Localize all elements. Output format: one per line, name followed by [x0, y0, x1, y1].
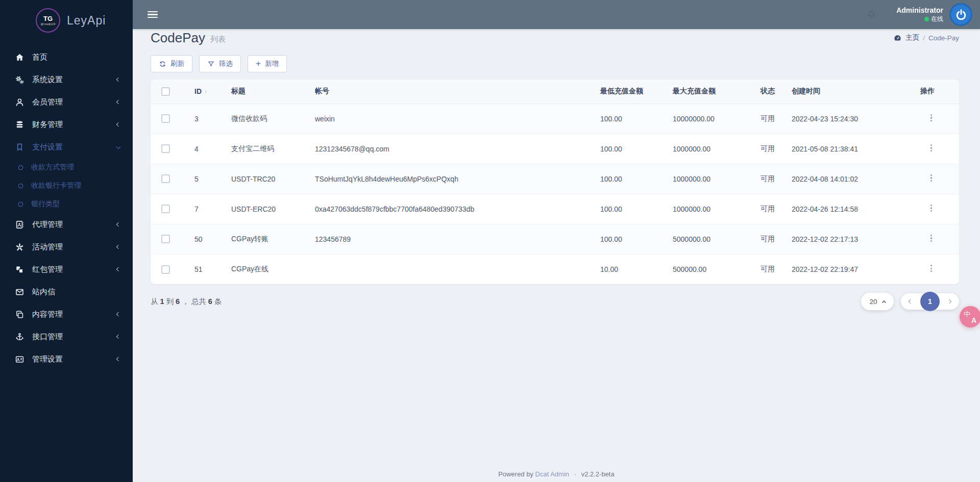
circle-icon	[16, 164, 25, 171]
chevron-up-icon	[881, 300, 886, 304]
user-avatar[interactable]	[949, 3, 972, 26]
filter-button[interactable]: 筛选	[199, 55, 241, 72]
sidebar-subitem-bank-type[interactable]: 银行类型	[0, 195, 133, 213]
menu-toggle-button[interactable]	[148, 10, 158, 20]
spark-icon	[14, 242, 25, 252]
cell-min-amount: 10.00	[589, 254, 662, 284]
cell-max-amount: 500000.00	[662, 254, 749, 284]
pagination-summary: 从1到6， 总共6条	[151, 297, 222, 307]
cell-id: 51	[183, 254, 220, 284]
prev-page-button[interactable]	[907, 298, 914, 305]
row-checkbox[interactable]	[161, 114, 170, 123]
envelope-icon	[14, 287, 25, 297]
table-row: 50 CGPay转账 123456789 100.00 5000000.00 可…	[151, 224, 959, 254]
cell-id: 3	[183, 104, 220, 134]
footer-version: v2.2.2-beta	[581, 470, 615, 478]
cell-created: 2022-04-26 12:14:58	[780, 194, 908, 224]
main-content: CodePay 列表 主页 / Code-Pay 刷新	[133, 29, 980, 482]
breadcrumb-separator: /	[923, 34, 925, 42]
toolbar: 刷新 筛选 + 新增	[151, 55, 959, 72]
row-actions-menu[interactable]	[928, 232, 935, 244]
cell-created: 2022-12-02 22:17:13	[780, 224, 908, 254]
cell-account: 123456789	[304, 224, 589, 254]
footer: Powered by Dcat Admin · v2.2.2-beta	[133, 470, 980, 478]
sidebar-item-member-management[interactable]: 会员管理	[0, 91, 133, 113]
cubes-icon	[14, 264, 25, 274]
column-header-actions: 操作	[908, 80, 959, 104]
current-page-button[interactable]: 1	[920, 292, 940, 311]
notifications-button[interactable]	[866, 9, 877, 20]
row-actions-menu[interactable]	[928, 202, 935, 214]
sidebar-item-finance-management[interactable]: 财务管理	[0, 113, 133, 136]
plus-icon: +	[256, 60, 261, 67]
brand-title: LeyApi	[67, 14, 106, 28]
row-checkbox[interactable]	[161, 205, 170, 213]
cell-min-amount: 100.00	[589, 134, 662, 164]
cell-title: CGPay转账	[220, 224, 304, 254]
translate-icon: 中	[964, 310, 970, 319]
sidebar-item-home[interactable]: 首页	[0, 46, 133, 68]
sidebar-item-site-messages[interactable]: 站内信	[0, 281, 133, 303]
top-navbar: Administrator 在线	[133, 0, 980, 29]
row-checkbox[interactable]	[161, 144, 170, 153]
breadcrumb-home-link[interactable]: 主页	[905, 33, 919, 42]
cell-id: 50	[183, 224, 220, 254]
cell-account	[304, 254, 589, 284]
cell-checkbox	[151, 224, 183, 254]
cell-min-amount: 100.00	[589, 194, 662, 224]
sort-asc-icon: ↑	[204, 88, 208, 95]
next-page-button[interactable]	[946, 298, 953, 305]
cell-actions	[908, 134, 959, 164]
sidebar-subitem-receiving-bank-card-management[interactable]: 收款银行卡管理	[0, 176, 133, 195]
cell-min-amount: 100.00	[589, 224, 662, 254]
refresh-button[interactable]: 刷新	[151, 55, 192, 72]
sidebar-item-admin-settings[interactable]: 管理设置	[0, 348, 133, 370]
sidebar-item-payment-settings[interactable]: 支付设置	[0, 136, 133, 158]
add-button[interactable]: + 新增	[248, 55, 287, 72]
sidebar-subitem-payment-method-management[interactable]: 收款方式管理	[0, 158, 133, 176]
select-all-checkbox[interactable]	[161, 87, 170, 96]
page-size-select[interactable]: 20	[861, 293, 894, 310]
refresh-icon	[159, 60, 166, 68]
sidebar-menu: 首页 系统设置 会员管理 财务管理 支付设置 收款方式管理 收款银行卡管理 银行…	[0, 41, 133, 370]
user-block: Administrator 在线	[896, 6, 943, 23]
table-row: 51 CGPay在线 10.00 500000.00 可用 2022-12-02…	[151, 254, 959, 284]
brand-logo-subtext: @msdj123	[41, 22, 56, 26]
row-actions-menu[interactable]	[928, 112, 935, 124]
table-row: 7 USDT-ERC20 0xa427063ddc5f879cfbbc7700f…	[151, 194, 959, 224]
cell-actions	[908, 224, 959, 254]
row-checkbox[interactable]	[161, 265, 170, 274]
table-row: 3 微信收款码 weixin 100.00 10000000.00 可用 202…	[151, 104, 959, 134]
anchor-icon	[14, 332, 25, 342]
row-checkbox[interactable]	[161, 174, 170, 183]
cell-actions	[908, 164, 959, 194]
bell-icon	[866, 9, 877, 20]
row-checkbox[interactable]	[161, 235, 170, 243]
sidebar-item-system-settings[interactable]: 系统设置	[0, 68, 133, 91]
chevron-left-icon	[116, 335, 120, 339]
chevron-left-icon	[116, 312, 120, 316]
bookmark-icon	[14, 142, 25, 152]
row-actions-menu[interactable]	[928, 262, 935, 274]
translate-fab-button[interactable]: 中 A	[960, 306, 980, 327]
circle-icon	[16, 200, 25, 208]
cell-title: 支付宝二维码	[220, 134, 304, 164]
pagination: 从1到6， 总共6条 20 1	[151, 291, 959, 312]
cell-max-amount: 1000000.00	[662, 134, 749, 164]
circle-icon	[16, 182, 25, 190]
dcat-admin-link[interactable]: Dcat Admin	[535, 470, 569, 478]
row-actions-menu[interactable]	[928, 172, 935, 184]
cell-checkbox	[151, 164, 183, 194]
sidebar-item-red-packet-management[interactable]: 红包管理	[0, 258, 133, 281]
data-table: ID↑ 标题 帐号 最低充值金额 最大充值金额 状态 创建时间 操作 3 微信收…	[151, 80, 959, 284]
sidebar-item-activity-management[interactable]: 活动管理	[0, 236, 133, 258]
online-status-dot	[924, 17, 929, 21]
page-header: CodePay 列表 主页 / Code-Pay	[151, 29, 959, 46]
page-title: CodePay	[151, 30, 205, 46]
row-actions-menu[interactable]	[928, 142, 935, 154]
sidebar-item-api-management[interactable]: 接口管理	[0, 325, 133, 348]
cell-created: 2022-04-08 14:01:02	[780, 164, 908, 194]
sidebar-item-agent-management[interactable]: 代理管理	[0, 213, 133, 236]
column-header-id[interactable]: ID↑	[183, 80, 220, 104]
sidebar-item-content-management[interactable]: 内容管理	[0, 303, 133, 325]
